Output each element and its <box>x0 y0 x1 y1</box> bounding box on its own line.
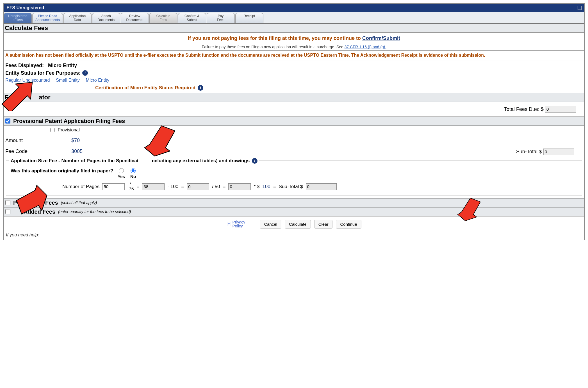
fee-code-label: Fee Code <box>5 149 71 155</box>
entity-status-label: Entity Status for Fee Purposes: <box>5 70 81 76</box>
mult-factor: .75 <box>127 187 134 191</box>
tab-confirm-submit[interactable]: Confirm & Submit <box>178 13 206 23</box>
subtotal1-value <box>543 149 574 155</box>
eq-sign: = <box>181 184 184 190</box>
tab-bar: Unregistered eFilers Please Read Announc… <box>4 12 584 24</box>
paper-yes-radio[interactable] <box>119 168 124 173</box>
subtotal2-label: Sub-Total $ <box>279 184 303 190</box>
app-size-fee-fieldset: Application Size Fee - Number of Pages i… <box>6 158 582 195</box>
provisional-checkbox[interactable] <box>50 128 55 132</box>
info-icon[interactable]: i <box>198 85 203 91</box>
notice-block: If you are not paying fees for this fili… <box>4 33 584 50</box>
eq-sign: = <box>273 184 276 190</box>
fees-displayed-value: Micro Entity <box>48 63 77 68</box>
key-icon: ⚿ <box>227 222 232 227</box>
num-pages-label: Number of Pages <box>62 184 99 190</box>
tab-receipt[interactable]: Receipt <box>235 13 263 23</box>
total-fees-value <box>545 106 576 113</box>
tab-calculate-fees[interactable]: Calculate Fees <box>149 13 177 23</box>
titlebar-text: EFS Unregistered <box>6 5 44 10</box>
privacy-policy-link[interactable]: ⚿ Privacy Policy <box>227 220 245 228</box>
provisional-fees-title: Provisional Patent Application Filing Fe… <box>13 118 125 124</box>
added-fees-note: (enter quantity for the fees to be selec… <box>58 209 131 214</box>
fee-calculator-header: Fee C ator <box>4 93 584 102</box>
fee-code-value: 3005 <box>71 149 83 155</box>
tab-announcements[interactable]: Please Read Announcements <box>32 13 63 23</box>
titlebar: EFS Unregistered <box>4 4 584 12</box>
calc-step2 <box>187 183 209 190</box>
notice-main-text: If you are not paying fees for this fili… <box>188 35 362 41</box>
times-dollar: * $ <box>254 184 259 190</box>
tab-review-documents[interactable]: Review Documents <box>121 13 149 23</box>
fees-display-block: Fees Displayed: Micro Entity Entity Stat… <box>4 60 584 93</box>
tab-application-data[interactable]: Application Data <box>63 13 92 23</box>
provisional-checkbox-label: Provisional <box>58 127 79 132</box>
cancel-button[interactable]: Cancel <box>260 220 281 229</box>
cert-required-text: Certification of Micro Entity Status Req… <box>95 85 195 91</box>
num-pages-input[interactable] <box>102 183 125 190</box>
submission-warning: A submission has not been filed official… <box>4 50 584 60</box>
petition-fees-checkbox[interactable] <box>5 200 10 205</box>
provisional-fees-body: Provisional Amount $70 Fee Code 3005 Sub… <box>4 126 584 198</box>
tab-attach-documents[interactable]: Attach Documents <box>92 13 120 23</box>
action-bar: ⚿ Privacy Policy Cancel Calculate Clear … <box>4 216 584 232</box>
page-title: Calculate Fees <box>4 24 584 33</box>
added-fees-checkbox[interactable] <box>5 209 10 214</box>
continue-button[interactable]: Continue <box>336 220 361 229</box>
paper-no-radio[interactable] <box>131 168 136 173</box>
small-entity-link[interactable]: Small Entity <box>56 78 79 83</box>
petition-fees-header: P g Fees (select all that apply) <box>4 198 584 207</box>
tab-pay-fees[interactable]: Pay Fees <box>207 13 235 23</box>
yes-label: Yes <box>116 174 127 179</box>
total-fees-label: Total Fees Due: $ <box>504 106 544 112</box>
fieldset-legend-text: Application Size Fee - Number of Pages i… <box>11 158 250 164</box>
info-icon[interactable]: i <box>82 70 88 76</box>
eq-sign: = <box>137 184 140 190</box>
no-label: No <box>128 174 138 179</box>
rate-value: 100 <box>262 184 270 190</box>
added-fees-title: Added Fees <box>24 209 55 215</box>
eq-sign: = <box>223 184 226 190</box>
div-50: / 50 <box>212 184 220 190</box>
paper-question: Was this application originally filed in… <box>11 168 113 174</box>
minus-100: - 100 <box>167 184 178 190</box>
confirm-submit-link[interactable]: Confirm/Submit <box>362 35 400 41</box>
calculate-button[interactable]: Calculate <box>285 220 311 229</box>
micro-entity-link[interactable]: Micro Entity <box>86 78 110 83</box>
amount-label: Amount <box>5 138 71 143</box>
petition-fees-note: (select all that apply) <box>61 200 97 205</box>
provisional-fees-checkbox[interactable] <box>5 118 10 124</box>
window-minimize-icon[interactable] <box>578 6 582 10</box>
tab-unregistered-efilers[interactable]: Unregistered eFilers <box>4 13 32 23</box>
subtotal1-label: Sub-Total $ <box>516 149 542 155</box>
notice-sub-text: Failure to pay these fees on filing a ne… <box>202 45 345 49</box>
calc-step3 <box>228 183 251 190</box>
subtotal2-value <box>306 183 337 190</box>
fees-displayed-label: Fees Displayed: <box>5 63 44 68</box>
added-fees-header: XX Added Fees (enter quantity for the fe… <box>4 207 584 216</box>
cfr-link[interactable]: 37 CFR 1.16 (f) and (g). <box>345 45 386 49</box>
provisional-fees-header: Provisional Patent Application Filing Fe… <box>4 117 584 126</box>
total-fees-row: Total Fees Due: $ <box>4 102 584 117</box>
clear-button[interactable]: Clear <box>314 220 333 229</box>
regular-undiscounted-link[interactable]: Regular Undiscounted <box>5 78 50 83</box>
mult-star: * <box>130 182 131 187</box>
amount-value: $70 <box>71 138 80 143</box>
help-note: If you need help: <box>4 232 584 240</box>
info-icon[interactable]: i <box>252 158 257 164</box>
calc-step1 <box>142 183 165 190</box>
petition-fees-title: P g Fees <box>13 200 58 206</box>
